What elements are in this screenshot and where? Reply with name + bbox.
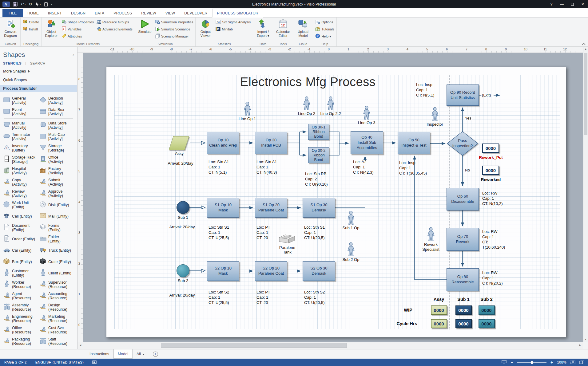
node-pass-inspection[interactable]: Pass Inspection? [447,132,478,155]
close-button[interactable]: ✕ [578,0,588,8]
node-s1-op-20-paralene-coat[interactable]: S1 Op 20 Paralene Coat [255,198,287,218]
stencil-item-accounting-resource[interactable]: Accounting (Resource) [39,290,75,301]
tab-process-simulator[interactable]: PROCESS SIMULATOR [212,9,263,18]
data-box-reworked[interactable]: 0000 [482,166,499,175]
tab-developer[interactable]: DEVELOPER [180,9,212,17]
stencil-item-forms-entity[interactable]: Forms (Entity) [39,222,75,233]
simulate-scenarios-button[interactable]: Simulate Scenarios [154,26,194,32]
proofing-icon[interactable] [88,359,101,366]
node-s1-op-30-demask[interactable]: S1 Op 30 Demask [303,198,335,218]
cell-wip-sub-1[interactable]: 0000 [455,305,472,315]
create-button[interactable]: Create [22,19,40,25]
minitab-button[interactable]: Minitab [215,26,252,32]
cell-cycle-hrs-sub-2[interactable]: 0000 [479,319,495,328]
person-rework-specialist[interactable] [427,227,435,242]
person-inspector[interactable] [431,107,439,121]
stencil-item-truck-entity[interactable]: Truck (Entity) [39,245,75,256]
vertical-scrollbar[interactable]: ▲ ▼ [583,47,588,342]
maximize-button[interactable] [567,0,578,8]
node-s2-op-30-demask[interactable]: S2 Op 30 Demask [303,261,335,281]
switch-windows-icon[interactable] [579,360,584,365]
page-tab-all[interactable]: All▲ [133,349,149,359]
tab-view[interactable]: VIEW [161,9,180,17]
scroll-down-icon[interactable]: ▼ [583,338,588,341]
customize-qat-icon[interactable]: ▾ [51,3,52,6]
panel-tab-search[interactable]: SEARCH [30,61,45,65]
person-line-op-2-2[interactable] [326,96,335,111]
stencil-item-hospital-activity[interactable]: Hospital (Activity) [2,165,39,176]
person-line-op-2[interactable] [302,96,311,111]
person-sub-2-op[interactable] [347,242,355,257]
stencil-item-design-resource[interactable]: Design (Resource) [39,301,75,313]
install-button[interactable]: Install [22,26,40,32]
cell-cycle-hrs-sub-1[interactable]: 0000 [455,319,472,328]
active-stencil-tab[interactable]: Process Simulator [0,85,77,92]
stencil-item-order-entity[interactable]: Order (Entity) [2,233,39,245]
stencil-item-office-activity[interactable]: Office (Activity) [39,154,75,165]
zoom-slider-knob[interactable] [531,360,533,364]
panel-tab-stencils[interactable]: STENCILS [3,61,22,65]
zoom-out-button[interactable]: − [511,360,513,365]
horizontal-scrollbar-thumb[interactable] [161,343,347,348]
tab-review[interactable]: REVIEW [137,9,161,17]
zoom-slider[interactable] [517,362,546,363]
data-box-rework-pct[interactable]: 0000 [482,144,499,153]
output-viewer-button[interactable]: Output Viewer [197,18,214,41]
stencil-item-factory-activity[interactable]: Factory (Activity) [39,165,75,176]
node-op-60-disassemble[interactable]: Op 60 Disassemble [447,188,479,211]
person-line-op-1[interactable] [243,102,252,116]
stencil-item-data-box-activity[interactable]: Data Box [Activity] [39,106,75,117]
add-page-button[interactable]: + [153,352,158,357]
simulation-properties-button[interactable]: Simulation Properties [154,19,194,25]
stencil-item-client-entity[interactable]: Client (Entity) [39,267,75,279]
object-explorer-button[interactable]: Object Explorer [43,18,60,41]
zoom-level[interactable]: 108% [557,360,566,364]
tab-data[interactable]: DATA [90,9,109,17]
tab-file[interactable]: FILE [2,9,23,17]
stencil-item-review-activity[interactable]: Review (Activity) [2,188,39,199]
stencil-item-folder-entity[interactable]: Folder (Entity) [39,233,75,245]
stencil-item-decision-activity[interactable]: Decision [Activity] [39,95,75,106]
fit-page-icon[interactable] [570,360,575,365]
stencil-item-event-activity[interactable]: Event [Activity] [2,106,39,117]
stencil-item-marketing-resource[interactable]: Marketing (Resource) [39,313,75,324]
attributes-button[interactable]: Attributes [61,33,95,39]
presentation-mode-icon[interactable] [502,360,507,365]
cell-cycle-hrs-assy[interactable]: 0000 [431,319,447,328]
node-s1-op-10-mask[interactable]: S1 Op 10 Mask [207,198,239,218]
convert-diagram-button[interactable]: Convert Diagram [2,18,19,41]
node-op-30-1-ribbon-bond[interactable]: Op 30-1 Ribbon Bond [308,124,329,140]
tab-process[interactable]: PROCESS [109,9,137,17]
language-indicator[interactable]: ENGLISH (UNITED STATES) [31,359,88,366]
person-line-op-3[interactable] [362,106,371,120]
help-button[interactable]: ? [546,0,557,8]
advanced-elements-button[interactable]: Advanced Elements [95,26,133,32]
collapse-panel-icon[interactable]: ‹ [73,52,74,57]
zoom-in-button[interactable]: + [550,360,553,365]
stencil-item-document-entity[interactable]: Document (Entity) [2,222,39,233]
node-op-80-reassemble[interactable]: Op 80 Reassemble [447,268,479,291]
page-tab-model[interactable]: Model [113,349,133,359]
minimize-button[interactable]: — [557,0,567,8]
node-s2-op-20-paralene-coat[interactable]: S2 Op 20 Paralene Coat [255,261,287,281]
stencil-item-general-activity[interactable]: General [Activity] [2,95,39,106]
cell-wip-assy[interactable]: 0000 [431,305,447,315]
redo-button[interactable]: ↻ [29,2,32,6]
node-op-20-install-pcb[interactable]: Op 20 Install PCB [255,132,287,154]
node-op-90-record-unit-statistics[interactable]: Op 90 Record Unit Statistics [447,85,479,106]
import-export-button[interactable]: Import / Export ▾ [254,18,272,41]
stencil-item-customer-entity[interactable]: Customer (Entity) [2,267,39,279]
stencil-item-approve-activity[interactable]: Approve (Activity) [39,188,75,199]
scroll-right-icon[interactable]: ► [579,344,582,347]
stencil-item-staff-resource[interactable]: Staff (Resource) [39,336,75,347]
more-shapes-item[interactable]: More Shapes [0,67,77,76]
options-button[interactable]: Options [314,19,335,25]
simulate-button[interactable]: Simulate [136,18,153,41]
scenario-manager-button[interactable]: Scenario Manager [154,33,194,39]
stencil-item-copy-activity[interactable]: Copy (Activity) [2,176,39,188]
visio-logo-icon[interactable]: V [2,2,10,7]
undo-button[interactable]: ↶▾ [21,2,26,6]
stencil-item-disk-entity[interactable]: Disk (Entity) [39,199,75,211]
quick-shapes-item[interactable]: Quick Shapes [0,76,77,84]
stencil-item-storage-storage[interactable]: Storage [Storage] [39,142,75,154]
